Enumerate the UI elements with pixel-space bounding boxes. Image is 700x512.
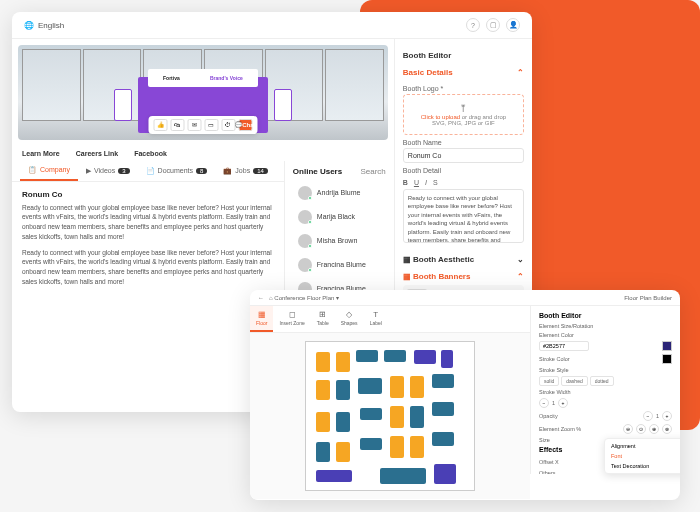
- tool-table[interactable]: ⊞Table: [311, 306, 335, 332]
- floor-canvas[interactable]: [250, 333, 530, 499]
- tab-company[interactable]: 📋 Company: [20, 161, 78, 181]
- tool-shapes[interactable]: ◇Shapes: [335, 306, 364, 332]
- tool-label[interactable]: TLabel: [364, 306, 388, 332]
- chevron-up-icon: ⌃: [517, 272, 524, 281]
- schedule-icon[interactable]: ⏱: [221, 119, 235, 131]
- card-icon[interactable]: ▭: [204, 119, 218, 131]
- online-search[interactable]: Search: [360, 167, 385, 176]
- floor-builder-title: Floor Plan Builder: [624, 295, 672, 301]
- tool-floor[interactable]: ▦Floor: [250, 306, 273, 332]
- chevron-up-icon: ⌃: [517, 68, 524, 77]
- language-selector[interactable]: 🌐 English: [24, 21, 64, 30]
- chevron-down-icon: ⌄: [517, 255, 524, 264]
- company-desc-2: Ready to connect with your global employ…: [22, 248, 274, 287]
- section-basic-details[interactable]: Basic Details⌃: [403, 64, 524, 81]
- floor-toolbar: ▦Floor ◻Insert Zone ⊞Table ◇Shapes TLabe…: [250, 306, 530, 333]
- user-row[interactable]: Marija Black: [293, 206, 386, 228]
- user-icon[interactable]: 👤: [506, 18, 520, 32]
- booth-3d-preview: FortivaBrand's Voice 👍 🛍 ✉ ▭ ⏱ 💬 Chat: [18, 45, 388, 140]
- user-row[interactable]: Misha Brown: [293, 230, 386, 252]
- floor-plan-panel: ← ⌂ Conference Floor Plan ▾ Floor Plan B…: [250, 290, 680, 500]
- zoom-stepper[interactable]: ⊖⊙⊕⊗: [623, 424, 672, 434]
- online-users-title: Online Users: [293, 167, 342, 176]
- rich-text-toolbar[interactable]: B U I S: [403, 176, 524, 189]
- user-row[interactable]: Andrija Blume: [293, 182, 386, 204]
- like-icon[interactable]: 👍: [153, 119, 167, 131]
- stroke-width-stepper[interactable]: −1+: [539, 398, 568, 408]
- effects-popup[interactable]: Alignment Font Text Decoration: [604, 438, 680, 474]
- booth-detail-textarea[interactable]: Ready to connect with your global employ…: [403, 189, 524, 243]
- tab-documents[interactable]: 📄 Documents 8: [138, 161, 216, 181]
- nav-learn-more[interactable]: Learn More: [22, 150, 60, 157]
- bookmark-icon[interactable]: ▢: [486, 18, 500, 32]
- booth-name-input[interactable]: [403, 148, 524, 163]
- company-name: Ronum Co: [22, 190, 274, 199]
- stroke-style-group[interactable]: soliddasheddotted: [539, 376, 614, 386]
- floor-properties-panel: Booth Editor Element Size/Rotation Eleme…: [530, 306, 680, 474]
- tab-videos[interactable]: ▶ Videos 3: [78, 161, 138, 181]
- nav-careers[interactable]: Careers Link: [76, 150, 118, 157]
- breadcrumb[interactable]: ← ⌂ Conference Floor Plan ▾: [258, 294, 339, 301]
- tab-jobs[interactable]: 💼 Jobs 14: [215, 161, 275, 181]
- mail-icon[interactable]: ✉: [187, 119, 201, 131]
- content-tabs: 📋 Company ▶ Videos 3 📄 Documents 8 💼 Job…: [12, 161, 284, 182]
- chat-button[interactable]: 💬 Chat: [238, 119, 252, 131]
- opacity-stepper[interactable]: −1+: [643, 411, 672, 421]
- section-aesthetic[interactable]: ▦ Booth Aesthetic⌄: [403, 251, 524, 268]
- section-banners[interactable]: ▦ Booth Banners⌃: [403, 268, 524, 285]
- booth-action-bar: 👍 🛍 ✉ ▭ ⏱ 💬 Chat: [148, 116, 257, 134]
- globe-icon: 🌐: [24, 21, 34, 30]
- prop-element-size: Element Size/Rotation: [539, 323, 672, 329]
- upload-icon: ⤒: [408, 103, 519, 114]
- color-input[interactable]: [539, 341, 589, 351]
- company-desc-1: Ready to connect with your global employ…: [22, 203, 274, 242]
- user-row[interactable]: Francina Blume: [293, 254, 386, 276]
- bag-icon[interactable]: 🛍: [170, 119, 184, 131]
- booth-nav-links: Learn More Careers Link Facebook: [12, 146, 394, 161]
- logo-upload[interactable]: ⤒ Click to upload or drag and drop SVG, …: [403, 94, 524, 135]
- nav-facebook[interactable]: Facebook: [134, 150, 167, 157]
- help-icon[interactable]: ?: [466, 18, 480, 32]
- tool-zone[interactable]: ◻Insert Zone: [273, 306, 310, 332]
